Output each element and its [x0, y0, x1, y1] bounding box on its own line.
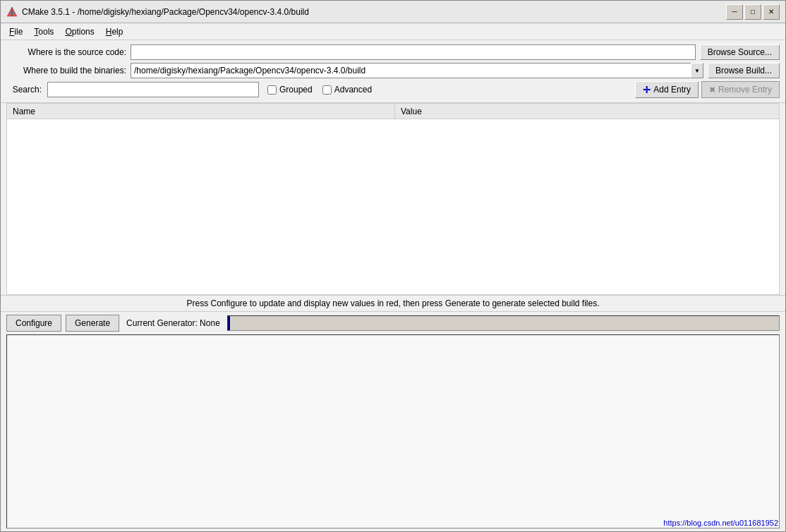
- watermark: https://blog.csdn.net/u011681952: [663, 519, 778, 527]
- build-input-wrapper: ▼: [131, 63, 703, 78]
- configure-button[interactable]: Configure: [6, 315, 61, 332]
- progress-bar: [228, 316, 230, 330]
- generator-label: Current Generator: None: [126, 318, 220, 328]
- build-dropdown-button[interactable]: ▼: [691, 63, 703, 78]
- grouped-label: Grouped: [279, 85, 313, 95]
- add-entry-button[interactable]: ✛ Add Entry: [635, 81, 699, 98]
- checkbox-group: Grouped Advanced: [267, 85, 372, 95]
- source-label: Where is the source code:: [6, 47, 126, 57]
- source-input[interactable]: [131, 44, 696, 60]
- grouped-checkbox[interactable]: [267, 85, 277, 95]
- window-controls: ─ □ ✕: [726, 4, 780, 20]
- menu-item-tools[interactable]: Tools: [28, 25, 59, 38]
- menu-bar: File Tools Options Help: [1, 23, 785, 40]
- menu-item-options[interactable]: Options: [59, 25, 99, 38]
- menu-item-file[interactable]: File: [4, 25, 28, 38]
- remove-entry-button[interactable]: ✖ Remove Entry: [701, 81, 780, 98]
- menu-item-help[interactable]: Help: [100, 25, 129, 38]
- search-input[interactable]: [47, 82, 259, 97]
- table-header: Name Value: [7, 104, 779, 119]
- minimize-button[interactable]: ─: [726, 4, 743, 20]
- advanced-checkbox[interactable]: [322, 85, 332, 95]
- browse-build-button[interactable]: Browse Build...: [708, 63, 780, 78]
- remove-entry-label: Remove Entry: [718, 85, 772, 95]
- maximize-button[interactable]: □: [744, 4, 761, 20]
- window-title: CMake 3.5.1 - /home/digisky/hexiang/Pack…: [22, 7, 726, 17]
- add-entry-label: Add Entry: [653, 85, 691, 95]
- advanced-label: Advanced: [334, 85, 372, 95]
- table-header-name: Name: [7, 104, 395, 119]
- status-bar: Press Configure to update and display ne…: [1, 295, 785, 311]
- title-bar: CMake 3.5.1 - /home/digisky/hexiang/Pack…: [1, 1, 785, 23]
- action-buttons: ✛ Add Entry ✖ Remove Entry: [635, 81, 780, 98]
- build-row: Where to build the binaries: ▼ Browse Bu…: [6, 63, 780, 78]
- search-row: Search: Grouped Advanced ✛ Add Entry: [6, 81, 780, 98]
- close-button[interactable]: ✕: [763, 4, 780, 20]
- search-label: Search:: [6, 85, 42, 95]
- table-body[interactable]: [7, 119, 779, 294]
- status-message: Press Configure to update and display ne…: [186, 298, 599, 308]
- output-area[interactable]: [6, 334, 780, 529]
- plus-icon: ✛: [643, 85, 651, 95]
- progress-area: [227, 315, 780, 331]
- build-input[interactable]: [131, 63, 703, 78]
- generate-button[interactable]: Generate: [66, 315, 119, 332]
- bottom-toolbar: Configure Generate Current Generator: No…: [1, 311, 785, 334]
- table-header-value: Value: [395, 104, 779, 119]
- x-icon: ✖: [709, 85, 715, 95]
- source-row: Where is the source code: Browse Source.…: [6, 44, 780, 60]
- table-area: Name Value: [6, 103, 780, 295]
- cmake-icon: [6, 6, 18, 18]
- advanced-checkbox-label[interactable]: Advanced: [322, 85, 372, 95]
- grouped-checkbox-label[interactable]: Grouped: [267, 85, 313, 95]
- build-label: Where to build the binaries:: [6, 66, 126, 75]
- browse-source-button[interactable]: Browse Source...: [700, 44, 780, 60]
- toolbar: Where is the source code: Browse Source.…: [1, 40, 785, 103]
